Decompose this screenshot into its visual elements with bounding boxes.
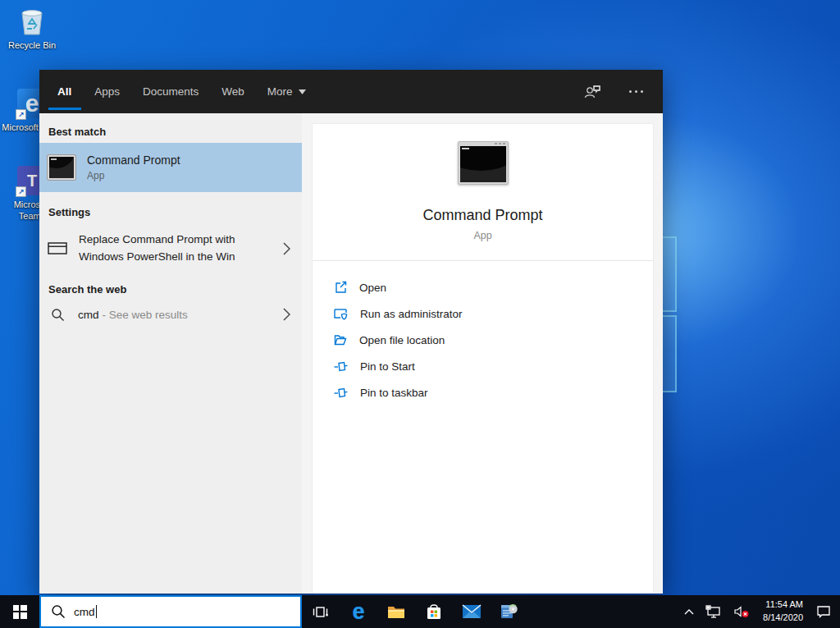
network-icon[interactable] [700,595,728,628]
desktop-icon-recycle-bin[interactable]: Recycle Bin [0,5,64,52]
result-replace-command-prompt-setting[interactable]: Replace Command Prompt with Windows Powe… [39,223,302,274]
detail-subtitle: App [473,230,491,241]
result-subtitle: App [87,170,180,181]
search-filter-bar: All Apps Documents Web More [39,70,663,113]
taskbar-search-input[interactable]: cmd [39,595,302,628]
wallpaper-window-pane [661,315,677,392]
text-cursor [96,605,97,618]
taskbar: cmd e [0,595,840,628]
result-title: Command Prompt [87,154,180,167]
clock[interactable]: 11:54 AM 8/14/2020 [756,598,810,625]
command-prompt-large-icon [458,141,509,185]
tab-documents[interactable]: Documents [143,70,199,113]
microsoft-store-icon[interactable] [415,595,453,628]
taskbar-edge-icon[interactable]: e [340,595,377,628]
pin-icon [334,360,348,373]
chevron-down-icon [299,89,306,94]
result-title: Replace Command Prompt with Windows Powe… [79,231,253,266]
tab-web[interactable]: Web [221,70,244,113]
shortcut-arrow-icon: ↗ [16,109,26,120]
task-view-button[interactable] [302,595,340,628]
folder-location-action[interactable]: Open file location [334,327,653,353]
desktop-icon-label: Recycle Bin [8,40,56,52]
volume-muted-icon[interactable] [728,595,756,628]
action-run-as-administrator[interactable]: Run as administrator [334,300,653,327]
folder-icon [334,333,347,346]
web-query-hint: - See web results [103,309,188,321]
search-query-text: cmd [74,606,95,618]
command-prompt-icon [48,155,75,180]
web-query: cmd [78,309,99,321]
window-setting-icon [48,241,67,256]
chevron-right-icon[interactable] [283,242,294,255]
action-center-icon[interactable] [810,595,837,628]
mail-icon[interactable] [453,595,491,628]
action-pin-to-start[interactable]: Pin to Start [334,353,653,379]
search-results-list: Best match Command Prompt App Settings R… [39,113,302,594]
result-web-search-cmd[interactable]: cmd- See web results [39,300,302,329]
pin-icon [334,387,348,399]
search-icon [51,604,66,619]
more-options-icon[interactable] [629,90,643,93]
section-heading-search-the-web: Search the web [39,279,302,300]
show-hidden-icons-chevron[interactable] [678,595,700,628]
open-icon [334,281,347,294]
system-tray: 11:54 AM 8/14/2020 [678,595,840,628]
account-icon[interactable] [583,84,601,100]
tab-more[interactable]: More [267,70,306,113]
action-pin-to-taskbar[interactable]: Pin to taskbar [334,379,653,406]
recycle-bin-icon [16,5,48,38]
clock-date: 8/14/2020 [763,612,803,625]
search-icon [51,308,65,322]
section-heading-best-match: Best match [39,121,302,143]
shield-admin-icon [334,307,348,320]
section-heading-settings: Settings [39,202,302,223]
shortcut-arrow-icon: ↗ [16,186,26,197]
chevron-right-icon[interactable] [283,308,294,321]
result-command-prompt[interactable]: Command Prompt App [39,143,302,192]
result-detail-pane: Command Prompt App Open [302,113,663,594]
tab-apps[interactable]: Apps [94,70,120,113]
action-list: Open Run as administrator [313,261,653,406]
installer-app-icon[interactable] [491,595,528,628]
detail-title: Command Prompt [422,207,542,224]
wallpaper-window-pane [661,236,677,312]
action-open[interactable]: Open [334,274,653,300]
clock-time: 11:54 AM [763,598,803,612]
file-explorer-icon[interactable] [377,595,415,628]
windows-logo-icon [13,605,27,619]
start-button[interactable] [0,595,39,628]
tab-all[interactable]: All [57,70,71,113]
start-search-panel: All Apps Documents Web More [39,70,663,594]
